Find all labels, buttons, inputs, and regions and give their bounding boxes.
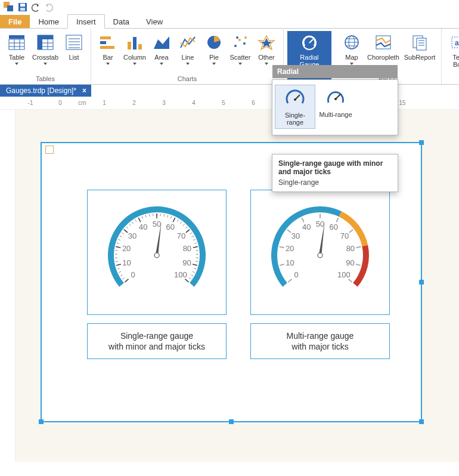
textbox-button[interactable]: ab Text Box [445, 31, 459, 81]
undo-icon[interactable] [31, 2, 41, 12]
resize-handle-tr[interactable] [419, 140, 424, 145]
svg-line-126 [185, 279, 188, 282]
tab-home[interactable]: Home [30, 15, 67, 28]
svg-line-91 [190, 233, 191, 234]
svg-line-57 [120, 275, 122, 276]
svg-line-147 [356, 264, 361, 265]
svg-point-151 [318, 253, 322, 258]
svg-point-31 [243, 42, 246, 45]
resize-handle-mr[interactable] [419, 280, 424, 285]
gauge-single-range-caption[interactable]: Single-range gauge with minor and major … [87, 323, 227, 359]
map-label: Map [345, 54, 358, 61]
svg-text:100: 100 [337, 270, 351, 279]
svg-line-58 [119, 271, 121, 273]
svg-line-83 [168, 215, 168, 218]
svg-line-112 [124, 230, 128, 233]
gauge-single-range[interactable]: 0102030405060708090100 [87, 190, 227, 315]
save-icon[interactable] [18, 2, 27, 12]
group-label-text [445, 81, 459, 84]
column-button[interactable]: Column [121, 31, 148, 74]
gallery-header: Radial [272, 65, 398, 78]
other-chart-icon [258, 35, 275, 50]
svg-line-84 [170, 217, 171, 219]
gallery-item-multi-range[interactable]: Multi-range [315, 85, 356, 129]
table-button[interactable]: Table [4, 31, 30, 74]
svg-line-104 [189, 278, 191, 279]
resize-handle-bm[interactable] [229, 419, 234, 424]
svg-rect-6 [9, 39, 24, 50]
ribbon-group-text: ab Text Box [442, 29, 459, 84]
pie-button[interactable]: Pie [201, 31, 227, 74]
tab-insert[interactable]: Insert [67, 14, 105, 29]
svg-line-101 [194, 268, 196, 269]
svg-line-114 [138, 218, 141, 222]
document-tab[interactable]: Gauges.trdp [Design]* × [0, 85, 91, 97]
svg-rect-23 [100, 41, 106, 44]
svg-line-102 [193, 271, 195, 273]
crosstab-icon [37, 35, 54, 50]
gallery-item-single-range[interactable]: Single-range [275, 85, 315, 129]
svg-line-37 [309, 39, 313, 43]
svg-text:0: 0 [294, 270, 299, 279]
svg-text:20: 20 [122, 244, 131, 253]
svg-text:60: 60 [166, 222, 175, 231]
svg-point-30 [238, 39, 241, 41]
svg-line-89 [185, 227, 187, 228]
svg-line-106 [125, 279, 128, 282]
svg-point-54 [334, 98, 337, 100]
svg-line-133 [280, 246, 284, 248]
pie-icon [206, 35, 222, 50]
bar-label: Bar [103, 54, 113, 61]
svg-line-99 [196, 261, 198, 262]
multi-range-gauge-icon [324, 87, 348, 107]
svg-rect-45 [417, 38, 426, 50]
svg-line-66 [117, 243, 119, 243]
group-label-charts: Charts [95, 74, 280, 84]
gauge-multi-range-caption[interactable]: Multi-range gauge with major ticks [250, 323, 390, 359]
list-button[interactable]: List [61, 31, 87, 74]
svg-text:10: 10 [122, 258, 131, 267]
bar-button[interactable]: Bar [95, 31, 121, 74]
svg-text:100: 100 [174, 270, 187, 279]
close-icon[interactable]: × [82, 86, 86, 95]
svg-line-108 [116, 264, 121, 265]
svg-text:20: 20 [286, 244, 294, 253]
svg-line-73 [132, 222, 133, 224]
scatter-button[interactable]: Scatter [227, 31, 253, 74]
tab-view[interactable]: View [138, 15, 171, 28]
svg-line-72 [129, 224, 131, 226]
map-icon [343, 35, 360, 50]
line-button[interactable]: Line [175, 31, 201, 74]
bar-icon [100, 35, 116, 50]
svg-line-137 [302, 218, 304, 222]
svg-line-74 [135, 220, 137, 221]
svg-line-78 [149, 214, 150, 217]
svg-text:80: 80 [183, 244, 191, 253]
document-tab-name: Gauges.trdp [Design]* [6, 86, 76, 95]
single-range-gauge-icon [283, 88, 307, 108]
column-label: Column [123, 54, 146, 61]
svg-rect-25 [128, 42, 131, 50]
crosstab-button[interactable]: Crosstab [30, 31, 61, 74]
svg-line-69 [122, 233, 123, 234]
tab-file[interactable]: File [0, 15, 30, 28]
tab-data[interactable]: Data [105, 15, 138, 28]
subreport-button[interactable]: SubReport [402, 31, 438, 74]
tooltip-subtitle: Single-range [278, 178, 392, 187]
area-button[interactable]: Area [148, 31, 175, 74]
caption-line1: Single-range gauge [108, 330, 205, 341]
svg-text:30: 30 [128, 231, 137, 240]
svg-text:60: 60 [330, 222, 338, 231]
redo-icon[interactable] [44, 2, 54, 12]
area-label: Area [154, 54, 168, 61]
svg-line-120 [186, 230, 190, 233]
resize-handle-bl[interactable] [39, 419, 44, 424]
svg-text:10: 10 [286, 258, 294, 267]
svg-line-61 [116, 261, 118, 262]
app-logo-icon [4, 2, 14, 13]
resize-handle-br[interactable] [419, 419, 424, 424]
gauge-multi-range[interactable]: 0102030405060708090100 [250, 190, 390, 315]
svg-point-128 [154, 253, 159, 258]
svg-line-93 [193, 239, 196, 240]
svg-text:40: 40 [302, 222, 311, 231]
